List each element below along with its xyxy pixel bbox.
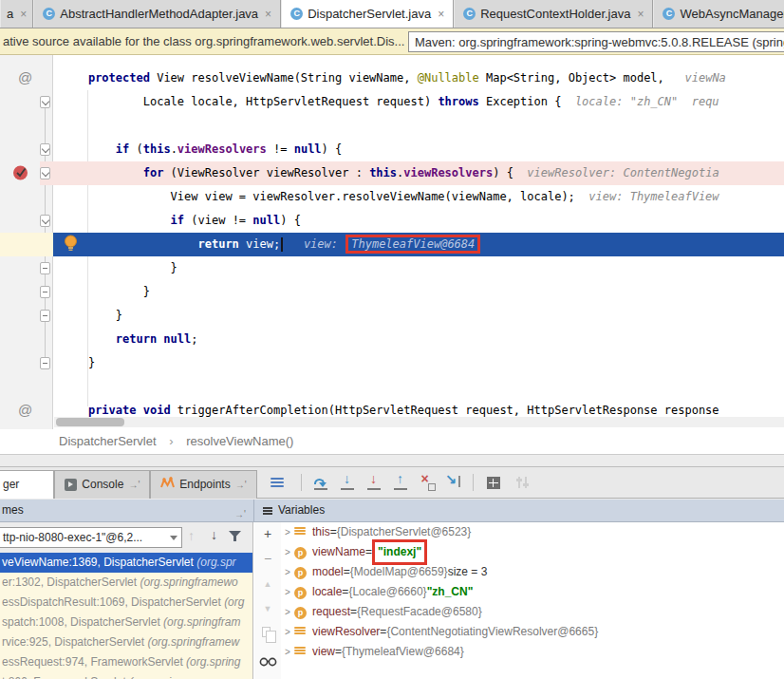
ide-window: a × CAbstractHandlerMethodAdapter.java×C… (0, 0, 784, 679)
drop-frame-button[interactable]: × (417, 472, 438, 493)
code-line[interactable]: if (this.viewResolvers != null) { (0, 138, 784, 161)
variable-value: {ThymeleafView@6684} (342, 642, 464, 662)
code-token (61, 261, 171, 274)
editor-tab[interactable]: CAbstractHandlerMethodAdapter.java× (33, 0, 281, 28)
expand-chevron-icon[interactable]: > (281, 602, 294, 622)
code-line[interactable]: } (0, 256, 784, 280)
stack-frame-row[interactable]: er:1302, DispatcherServlet (org.springfr… (0, 573, 252, 593)
expand-chevron-icon[interactable]: > (281, 562, 294, 582)
equals-sign: = (335, 642, 342, 662)
tab-partial[interactable]: a × (0, 0, 33, 28)
code-token (61, 190, 171, 203)
step-out-button[interactable]: ↑ (390, 472, 411, 493)
run-to-cursor-button[interactable]: ↘ (443, 472, 464, 493)
step-over-button[interactable] (310, 472, 331, 493)
layout-settings-icon[interactable] (271, 476, 284, 489)
breadcrumb-separator-icon: › (169, 434, 173, 448)
variable-row[interactable]: >plocale = {Locale@6660} "zh_CN" (281, 582, 784, 602)
debugger-panels: ttp-nio-8080-exec-1"@6,2... ↑ ↓ veViewNa… (0, 522, 784, 679)
tab-console[interactable]: Console →' (54, 470, 150, 499)
scrollbar-thumb[interactable] (56, 418, 124, 426)
maven-library-source-button[interactable]: Maven: org.springframework:spring-webmvc… (408, 31, 784, 52)
code-token: if (171, 214, 192, 227)
tab-options-arrow-icon[interactable]: →' (128, 480, 140, 490)
stack-frame-row[interactable]: veViewName:1369, DispatcherServlet (org.… (0, 553, 252, 573)
duplicate-icon[interactable] (262, 627, 271, 637)
parameter-icon: p (294, 602, 308, 622)
frame-method: rvice:925, DispatcherServlet (2, 635, 147, 649)
equals-sign: = (344, 562, 350, 582)
code-line[interactable]: for (ViewResolver viewResolver : this.vi… (0, 161, 784, 185)
expand-chevron-icon[interactable]: > (281, 582, 294, 602)
frame-method: spatch:1008, DispatcherServlet (2, 615, 163, 629)
breadcrumb-class[interactable]: DispatcherServlet (59, 434, 157, 448)
expand-chevron-icon[interactable]: > (281, 622, 294, 642)
code-line[interactable]: return view; view: ThymeleafView@6684 (0, 233, 784, 256)
variable-row[interactable]: >pmodel = {ModelMap@6659} size = 3 (281, 562, 784, 582)
stack-frame-row[interactable]: t:866, FrameworkServlet (org.spring (0, 672, 252, 679)
close-icon[interactable]: × (20, 8, 27, 21)
close-icon[interactable]: × (438, 8, 444, 21)
stack-frame-row[interactable]: essDispatchResult:1069, DispatcherServle… (0, 593, 252, 613)
evaluate-expression-icon[interactable] (487, 477, 500, 489)
tab-label: DispatcherServlet.java (308, 7, 431, 21)
close-icon[interactable]: × (265, 8, 271, 21)
code-token: View view = viewResolver.resolveViewName… (171, 190, 582, 203)
tab-debugger[interactable]: ger (0, 470, 54, 499)
code-token: ( (136, 142, 142, 156)
code-line[interactable]: Locale locale, HttpServletRequest reques… (0, 90, 784, 114)
code-line[interactable]: } (0, 304, 784, 328)
force-step-into-button[interactable]: ↓ (364, 472, 384, 493)
toolbar-separator (473, 474, 474, 491)
variables-menu-icon[interactable] (263, 506, 272, 516)
code-line[interactable]: protected View resolveViewName(String vi… (0, 66, 784, 90)
variable-row[interactable]: >pviewName = "indexj" (281, 542, 784, 562)
previous-frame-icon[interactable]: ↑ (188, 528, 195, 543)
close-icon[interactable]: × (637, 8, 644, 21)
editor-tab[interactable]: CRequestContextHolder.java× (454, 0, 653, 28)
code-line[interactable] (0, 375, 784, 399)
variable-row[interactable]: >this = {DispatcherServlet@6523} (281, 522, 784, 542)
stack-frame-row[interactable]: essRequest:974, FrameworkServlet (org.sp… (0, 652, 252, 672)
expand-chevron-icon[interactable]: > (281, 642, 294, 662)
horizontal-scrollbar[interactable] (54, 417, 784, 427)
frame-package: (org.spring (129, 675, 183, 679)
variable-value: {RequestFacade@6580} (357, 602, 482, 622)
code-line[interactable] (0, 114, 784, 138)
parameter-icon: p (294, 542, 308, 562)
code-line[interactable]: } (0, 351, 784, 375)
variable-row[interactable]: >viewResolver = {ContentNegotiatingViewR… (281, 622, 784, 642)
variables-panel: >this = {DispatcherServlet@6523}>pviewNa… (281, 522, 784, 679)
code-editor[interactable]: @ @ protected View resolveViewName(Strin… (0, 55, 784, 429)
add-watch-icon[interactable]: + (254, 526, 281, 541)
variable-row[interactable]: >view = {ThymeleafView@6684} (281, 642, 784, 662)
expand-chevron-icon[interactable]: > (281, 542, 294, 562)
stack-frame-row[interactable]: spatch:1008, DispatcherServlet (org.spri… (0, 613, 252, 632)
code-line[interactable]: View view = viewResolver.resolveViewName… (0, 185, 784, 209)
code-line[interactable]: if (view != null) { (0, 209, 784, 233)
code-token (61, 404, 88, 417)
next-frame-icon[interactable]: ↓ (211, 527, 217, 542)
stack-frame-row[interactable]: rvice:925, DispatcherServlet (org.spring… (0, 632, 252, 652)
editor-tab[interactable]: CWebAsyncManager.jav (653, 0, 784, 28)
step-into-button[interactable]: ↓ (337, 472, 358, 493)
remove-watch-icon[interactable]: − (254, 551, 281, 566)
thread-dropdown[interactable]: ttp-nio-8080-exec-1"@6,2... (0, 527, 182, 548)
tab-endpoints[interactable]: Endpoints →' (150, 470, 256, 499)
filter-frames-icon[interactable] (228, 529, 242, 546)
move-up-icon[interactable]: ▲ (254, 579, 281, 589)
settings-sliders-icon (515, 476, 531, 489)
code-line[interactable]: return null; (0, 328, 784, 351)
variable-name: request (312, 602, 350, 622)
tab-options-arrow-icon[interactable]: →' (235, 480, 247, 490)
expand-chevron-icon[interactable]: > (281, 522, 294, 542)
editor-tab[interactable]: CDispatcherServlet.java× (281, 0, 454, 28)
breadcrumb-method[interactable]: resolveViewName() (186, 434, 293, 448)
code-line[interactable]: } (0, 280, 784, 304)
code-token: } (116, 309, 122, 322)
code-lines[interactable]: protected View resolveViewName(String vi… (0, 55, 784, 429)
show-watches-glasses-icon[interactable] (259, 653, 277, 670)
move-down-icon[interactable]: ▼ (254, 604, 281, 613)
variable-row[interactable]: >prequest = {RequestFacade@6580} (281, 602, 784, 622)
intention-bulb-icon[interactable] (64, 235, 78, 255)
